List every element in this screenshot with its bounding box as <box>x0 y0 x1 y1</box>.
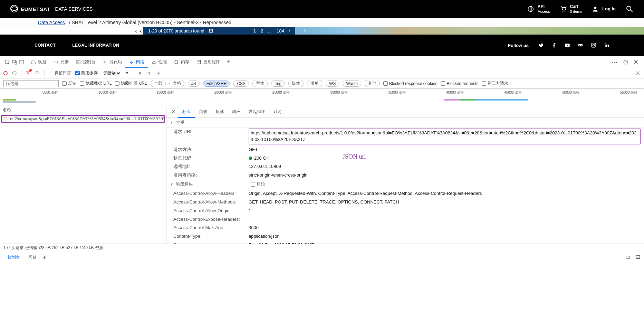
record-button[interactable] <box>3 71 8 75</box>
network-split: 名称 os?format=json&pi=EO%3AEUM%3ADAT%3A08… <box>0 106 644 244</box>
chip-css[interactable]: CSS <box>233 81 249 87</box>
chip-wasm[interactable]: Wasm <box>343 81 361 87</box>
download-icon[interactable] <box>156 70 161 76</box>
section-general[interactable]: ▼ 常规 <box>166 118 644 127</box>
preserve-log-checkbox[interactable]: 保留日志 <box>49 70 71 76</box>
footer-legal[interactable]: LEGAL INFORMATION <box>72 43 119 48</box>
chip-all[interactable]: 全部 <box>151 80 166 87</box>
login-link[interactable]: Log in <box>592 6 616 12</box>
svg-point-27 <box>36 72 39 74</box>
hide-ext-url-checkbox[interactable]: 隐藏扩展 URL <box>115 81 147 86</box>
breadcrumb-link[interactable]: Data Access <box>38 20 65 25</box>
tab-elements[interactable]: 元素 <box>50 56 72 68</box>
dtab-response[interactable]: 响应 <box>228 106 244 117</box>
page-2[interactable]: 2 <box>261 28 263 34</box>
filter-input[interactable] <box>3 80 59 87</box>
calendar-icon[interactable] <box>209 28 213 33</box>
chip-other[interactable]: 其他 <box>365 80 380 87</box>
panel-icon[interactable] <box>19 59 24 65</box>
map-view[interactable] <box>295 27 644 35</box>
dtab-timing[interactable]: 计时 <box>269 106 286 117</box>
chip-js[interactable]: JS <box>188 81 200 87</box>
chip-doc[interactable]: 文档 <box>169 80 184 87</box>
disable-cache-checkbox[interactable]: 禁用缓存 <box>75 70 98 76</box>
drawer-dock-icon[interactable] <box>635 255 641 260</box>
api-access-link[interactable]: APIAccess <box>527 4 550 14</box>
tab-console[interactable]: 控制台 <box>72 56 99 68</box>
top-nav-right: APIAccess Cart0 items Log in <box>527 4 634 14</box>
tab-welcome[interactable]: 欢迎 <box>27 56 50 68</box>
svg-point-3 <box>564 11 565 11</box>
inspect-icon[interactable] <box>5 59 10 65</box>
page-1[interactable]: 1 <box>253 28 256 34</box>
chevron-right-icon[interactable]: › <box>289 28 290 34</box>
svg-rect-14 <box>605 45 606 47</box>
section-response-headers[interactable]: ▼ 响应标头 原始 <box>166 180 644 189</box>
device-icon[interactable] <box>12 59 17 65</box>
chip-media[interactable]: 媒体 <box>288 80 304 87</box>
svg-point-9 <box>579 45 580 46</box>
search-icon[interactable] <box>625 5 634 13</box>
tab-performance[interactable]: 性能 <box>148 56 170 68</box>
request-url-value[interactable]: https://api.eumetsat.int/data/search-pro… <box>249 129 641 144</box>
brand[interactable]: EUMETSAT DATA SERVICES <box>10 5 93 13</box>
clear-icon[interactable] <box>12 70 17 76</box>
tab-application[interactable]: 应用程序 <box>193 56 223 68</box>
upload-icon[interactable] <box>147 70 152 76</box>
dtab-initiator[interactable]: 发起程序 <box>244 106 269 117</box>
svg-point-10 <box>581 45 582 46</box>
tab-network[interactable]: 网络 <box>125 57 148 68</box>
follow-us-label: Follow us <box>508 43 529 48</box>
brand-name: EUMETSAT <box>21 6 50 12</box>
chip-fetch-xhr[interactable]: Fetch/XHR <box>203 81 230 87</box>
filter-toggle-icon[interactable] <box>26 70 31 76</box>
invert-checkbox[interactable]: 反转 <box>62 81 76 86</box>
name-column-header[interactable]: 名称 <box>0 106 166 114</box>
network-timeline[interactable]: 5000 毫秒 10000 毫秒 15000 毫秒 20000 毫秒 25000… <box>0 89 644 106</box>
drawer-expand-icon[interactable] <box>625 255 631 260</box>
chip-img[interactable]: Img <box>271 81 285 87</box>
instagram-icon[interactable] <box>591 42 596 48</box>
tab-sources[interactable]: 源代码 <box>99 56 125 68</box>
hide-data-url-checkbox[interactable]: 隐藏数据 URL <box>80 81 112 86</box>
drawer-console[interactable]: 控制台 <box>3 253 24 263</box>
drawer-add-icon[interactable]: + <box>43 254 46 261</box>
close-detail-icon[interactable]: ✕ <box>168 108 178 115</box>
dtab-preview[interactable]: 预览 <box>211 106 228 117</box>
wifi-toolbar-icon[interactable] <box>137 70 143 76</box>
page-ellipsis: ... <box>268 28 272 34</box>
devtools-main-tabs: 欢迎 元素 控制台 源代码 网络 性能 内存 应用程序 + ⋯ ✕ <box>0 56 644 68</box>
collapse-chevron-icon[interactable]: ‹ <box>304 26 306 34</box>
youtube-icon[interactable] <box>565 42 570 48</box>
flickr-icon[interactable] <box>578 42 583 48</box>
tab-add[interactable]: + <box>223 56 234 68</box>
blocked-cookies-checkbox[interactable]: Blocked response cookies <box>383 81 437 86</box>
twitter-icon[interactable] <box>538 42 544 48</box>
search-network-icon[interactable] <box>35 70 40 76</box>
throttle-select[interactable]: 无限制 <box>102 70 121 76</box>
more-icon[interactable]: ⋯ <box>611 58 618 66</box>
chip-ws[interactable]: WS <box>326 81 339 87</box>
facebook-icon[interactable] <box>551 42 557 48</box>
tab-memory[interactable]: 内存 <box>170 56 193 68</box>
svg-point-28 <box>140 74 140 75</box>
footer-contact[interactable]: CONTACT <box>35 43 56 48</box>
chip-manifest[interactable]: 清单 <box>307 80 322 87</box>
third-party-checkbox[interactable]: 第三方请求 <box>482 81 508 86</box>
raw-checkbox[interactable]: 原始 <box>251 181 265 187</box>
request-detail-pane: ✕ 标头 负载 预览 响应 发起程序 计时 ▼ 常规 请求 URL: https… <box>166 106 644 244</box>
chip-font[interactable]: 字体 <box>252 80 268 87</box>
network-settings-icon[interactable] <box>635 70 641 76</box>
request-row[interactable]: os?format=json&pi=EO%3AEUM%3ADAT%3A0834&… <box>1 115 165 123</box>
chevron-left-icon[interactable]: ‹ <box>135 27 137 35</box>
dtab-payload[interactable]: 负载 <box>195 106 211 117</box>
dtab-headers[interactable]: 标头 <box>178 106 195 118</box>
drawer-issues[interactable]: 问题 <box>24 252 41 262</box>
blocked-requests-checkbox[interactable]: Blocked requests <box>441 81 478 86</box>
linkedin-icon[interactable] <box>604 42 609 48</box>
dropdown-caret-icon[interactable]: ▼ <box>125 71 129 75</box>
help-icon[interactable] <box>623 59 628 65</box>
close-devtools-icon[interactable]: ✕ <box>633 58 638 66</box>
page-last[interactable]: 184 <box>277 28 284 34</box>
cart-link[interactable]: Cart0 items <box>560 4 582 14</box>
